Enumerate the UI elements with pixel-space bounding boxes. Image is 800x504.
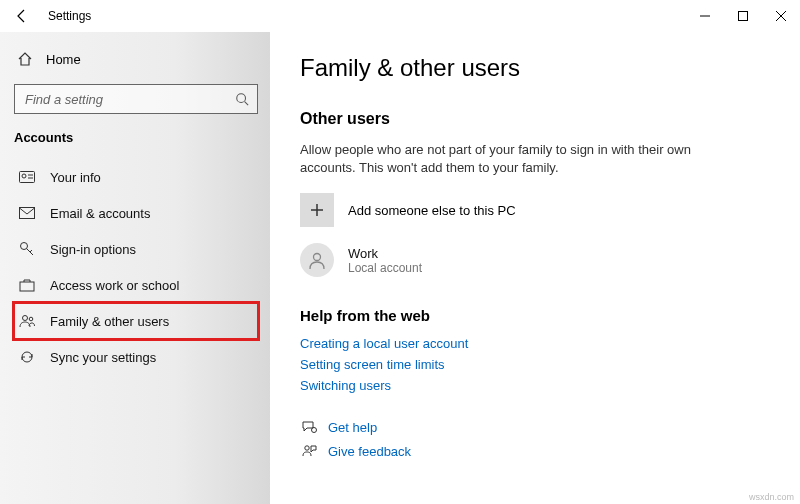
close-icon [776, 11, 786, 21]
back-button[interactable] [10, 4, 34, 28]
key-icon [16, 241, 38, 257]
home-icon [14, 51, 36, 67]
svg-line-11 [30, 250, 32, 252]
footer-links: Get help Give feedback [300, 419, 770, 459]
search-box[interactable] [14, 84, 258, 114]
maximize-button[interactable] [724, 2, 762, 30]
sidebar: Home Accounts Your info Emai [0, 32, 270, 504]
sidebar-nav: Your info Email & accounts Sign-in optio… [14, 159, 258, 375]
sidebar-item-access-work-school[interactable]: Access work or school [14, 267, 258, 303]
sidebar-item-label: Sync your settings [50, 350, 156, 365]
svg-point-14 [29, 317, 33, 321]
help-link-screen-time[interactable]: Setting screen time limits [300, 357, 770, 372]
other-users-description: Allow people who are not part of your fa… [300, 141, 700, 177]
svg-point-19 [305, 446, 309, 450]
svg-point-9 [21, 243, 28, 250]
avatar-icon [300, 243, 334, 277]
watermark: wsxdn.com [749, 492, 794, 502]
sidebar-home[interactable]: Home [14, 44, 258, 74]
svg-point-2 [237, 94, 246, 103]
svg-point-18 [312, 428, 317, 433]
titlebar: Settings [0, 0, 800, 32]
get-help-link[interactable]: Get help [300, 419, 770, 435]
get-help-label: Get help [328, 420, 377, 435]
id-card-icon [16, 171, 38, 183]
sidebar-item-label: Access work or school [50, 278, 179, 293]
sidebar-item-signin-options[interactable]: Sign-in options [14, 231, 258, 267]
plus-icon [300, 193, 334, 227]
maximize-icon [738, 11, 748, 21]
give-feedback-link[interactable]: Give feedback [300, 443, 770, 459]
chat-icon [300, 419, 318, 435]
user-account-item[interactable]: Work Local account [300, 243, 770, 277]
give-feedback-label: Give feedback [328, 444, 411, 459]
search-input[interactable] [23, 91, 235, 108]
svg-point-5 [22, 174, 26, 178]
mail-icon [16, 207, 38, 219]
add-user-button[interactable]: Add someone else to this PC [300, 193, 770, 227]
user-type: Local account [348, 261, 422, 275]
svg-point-13 [23, 316, 28, 321]
sync-icon [16, 349, 38, 365]
sidebar-home-label: Home [46, 52, 81, 67]
svg-rect-1 [739, 12, 748, 21]
help-heading: Help from the web [300, 307, 770, 324]
sidebar-item-label: Your info [50, 170, 101, 185]
help-links: Creating a local user account Setting sc… [300, 336, 770, 393]
sidebar-item-email-accounts[interactable]: Email & accounts [14, 195, 258, 231]
help-link-create-local-user[interactable]: Creating a local user account [300, 336, 770, 351]
sidebar-section-header: Accounts [14, 130, 258, 145]
people-icon [16, 313, 38, 329]
content-pane: Family & other users Other users Allow p… [270, 32, 800, 504]
close-button[interactable] [762, 2, 800, 30]
page-title: Family & other users [300, 54, 770, 82]
minimize-button[interactable] [686, 2, 724, 30]
sidebar-item-family-other-users[interactable]: Family & other users [14, 303, 258, 339]
sidebar-item-label: Family & other users [50, 314, 169, 329]
other-users-heading: Other users [300, 110, 770, 128]
arrow-left-icon [14, 8, 30, 24]
sidebar-item-your-info[interactable]: Your info [14, 159, 258, 195]
minimize-icon [700, 11, 710, 21]
feedback-icon [300, 443, 318, 459]
window-title: Settings [48, 9, 91, 23]
help-link-switching-users[interactable]: Switching users [300, 378, 770, 393]
user-name: Work [348, 246, 422, 261]
svg-point-17 [314, 254, 321, 261]
sidebar-item-sync-settings[interactable]: Sync your settings [14, 339, 258, 375]
svg-rect-12 [20, 282, 34, 291]
briefcase-icon [16, 278, 38, 292]
svg-rect-8 [20, 208, 35, 219]
search-icon [235, 92, 249, 106]
sidebar-item-label: Email & accounts [50, 206, 150, 221]
add-user-label: Add someone else to this PC [348, 203, 516, 218]
svg-line-3 [245, 102, 249, 106]
sidebar-item-label: Sign-in options [50, 242, 136, 257]
